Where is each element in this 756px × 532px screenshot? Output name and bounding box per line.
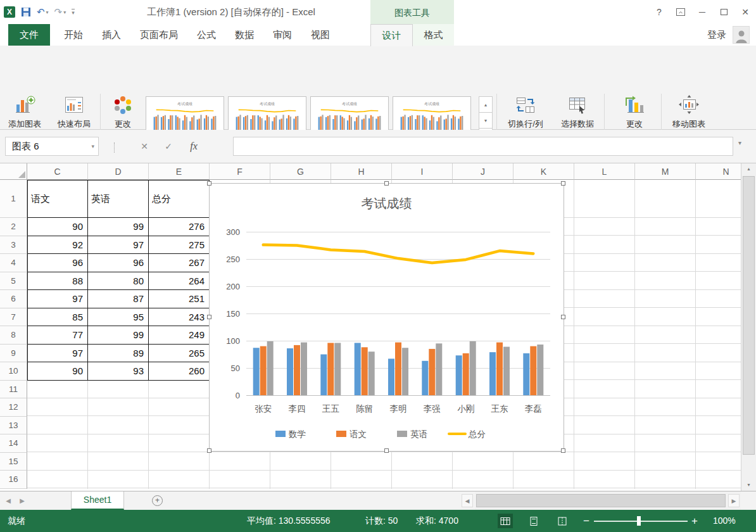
cell[interactable]: 88 bbox=[27, 272, 88, 291]
chart-selection-handle[interactable] bbox=[384, 181, 389, 186]
cell[interactable]: 93 bbox=[88, 362, 149, 381]
formula-bar-expand-icon[interactable]: ▾ bbox=[738, 139, 741, 146]
select-all-corner[interactable] bbox=[0, 163, 27, 180]
close-icon[interactable]: ✕ bbox=[734, 0, 756, 24]
row-header[interactable]: 12 bbox=[0, 398, 27, 417]
cell[interactable]: 249 bbox=[149, 326, 210, 345]
hscroll-left-icon[interactable]: ◀ bbox=[462, 494, 473, 507]
row-header[interactable]: 9 bbox=[0, 345, 27, 363]
column-header[interactable]: G bbox=[270, 163, 331, 180]
formula-input[interactable] bbox=[233, 137, 733, 156]
zoom-level[interactable]: 100% bbox=[713, 510, 736, 532]
gallery-scroll-up-icon[interactable]: ▴ bbox=[479, 96, 493, 113]
row-header[interactable]: 2 bbox=[0, 218, 27, 236]
cell[interactable]: 总分 bbox=[149, 180, 210, 218]
row-header[interactable]: 10 bbox=[0, 362, 27, 381]
normal-view-icon[interactable] bbox=[498, 514, 513, 528]
zoom-out-icon[interactable]: − bbox=[583, 510, 589, 532]
cell[interactable]: 87 bbox=[88, 290, 149, 308]
cell[interactable]: 英语 bbox=[88, 180, 149, 218]
column-header[interactable]: L bbox=[574, 163, 635, 180]
avatar[interactable] bbox=[733, 26, 750, 44]
sheet-nav-prev-icon[interactable]: ◀ bbox=[3, 491, 14, 510]
vertical-scrollbar[interactable]: ▴ ▾ bbox=[741, 163, 756, 491]
column-header[interactable]: F bbox=[210, 163, 270, 180]
qat-customize-icon[interactable]: ▾ bbox=[72, 9, 75, 15]
scroll-down-icon[interactable]: ▾ bbox=[741, 479, 756, 491]
ribbon-tab[interactable]: 页面布局 bbox=[130, 24, 187, 46]
row-header[interactable]: 14 bbox=[0, 434, 27, 453]
chart-selection-handle[interactable] bbox=[561, 315, 565, 319]
cell[interactable]: 275 bbox=[149, 236, 210, 255]
cell[interactable]: 96 bbox=[88, 254, 149, 272]
enter-icon[interactable]: ✓ bbox=[158, 137, 179, 156]
ribbon-tab[interactable]: 插入 bbox=[92, 24, 130, 46]
new-sheet-icon[interactable]: + bbox=[152, 495, 163, 506]
chart-selection-handle[interactable] bbox=[207, 181, 211, 186]
name-box-dropdown-icon[interactable]: ▾ bbox=[91, 137, 94, 155]
row-header[interactable]: 3 bbox=[0, 236, 27, 255]
row-header[interactable]: 15 bbox=[0, 453, 27, 471]
row-header[interactable]: 1 bbox=[0, 180, 27, 218]
column-header[interactable]: H bbox=[331, 163, 392, 180]
column-header[interactable]: E bbox=[149, 163, 210, 180]
chart-selection-handle[interactable] bbox=[207, 315, 211, 319]
chart-selection-handle[interactable] bbox=[384, 448, 389, 453]
maximize-icon[interactable] bbox=[713, 0, 734, 24]
ribbon-tab[interactable]: 数据 bbox=[225, 24, 263, 46]
exam-score-chart[interactable]: 050100150200250300张安李四王五陈留李明李强小刚王东李磊考试成绩… bbox=[209, 183, 564, 452]
cell[interactable]: 85 bbox=[27, 308, 88, 327]
undo-icon[interactable]: ↶▾ bbox=[37, 6, 49, 18]
ribbon-display-options-icon[interactable] bbox=[670, 0, 691, 24]
ribbon-tab[interactable]: 审阅 bbox=[263, 24, 301, 46]
sheet-nav-next-icon[interactable]: ▶ bbox=[16, 491, 28, 510]
row-header[interactable]: 11 bbox=[0, 381, 27, 399]
row-header[interactable]: 5 bbox=[0, 272, 27, 291]
column-header[interactable]: I bbox=[392, 163, 453, 180]
column-header[interactable]: C bbox=[27, 163, 88, 180]
cell[interactable]: 90 bbox=[27, 218, 88, 236]
cell[interactable]: 243 bbox=[149, 308, 210, 327]
minimize-icon[interactable]: ─ bbox=[691, 0, 713, 24]
cell[interactable]: 265 bbox=[149, 345, 210, 363]
horizontal-scroll-thumb[interactable] bbox=[476, 494, 726, 507]
cell[interactable]: 260 bbox=[149, 362, 210, 381]
page-layout-view-icon[interactable] bbox=[526, 514, 541, 528]
help-icon[interactable]: ? bbox=[648, 0, 670, 24]
excel-app-icon[interactable]: X bbox=[4, 6, 15, 18]
column-header[interactable]: D bbox=[88, 163, 149, 180]
cell[interactable]: 276 bbox=[149, 218, 210, 236]
file-tab[interactable]: 文件 bbox=[8, 24, 50, 46]
vertical-scroll-thumb[interactable] bbox=[743, 176, 755, 455]
cell[interactable]: 92 bbox=[27, 236, 88, 255]
cell[interactable]: 99 bbox=[88, 326, 149, 345]
row-header[interactable]: 6 bbox=[0, 290, 27, 308]
save-icon[interactable] bbox=[21, 7, 31, 17]
row-header[interactable]: 13 bbox=[0, 417, 27, 435]
cell[interactable]: 97 bbox=[88, 236, 149, 255]
zoom-slider-thumb[interactable] bbox=[637, 516, 641, 526]
cell[interactable]: 251 bbox=[149, 290, 210, 308]
chart-selection-handle[interactable] bbox=[207, 448, 211, 453]
ribbon-tab-contextual[interactable]: 设计 bbox=[370, 24, 413, 46]
chart-selection-handle[interactable] bbox=[561, 448, 565, 453]
chart-selection-handle[interactable] bbox=[561, 181, 565, 186]
cell[interactable]: 97 bbox=[27, 345, 88, 363]
ribbon-tab[interactable]: 开始 bbox=[54, 24, 92, 46]
column-header[interactable]: M bbox=[635, 163, 696, 180]
sign-in[interactable]: 登录 bbox=[707, 24, 750, 46]
scroll-up-icon[interactable]: ▴ bbox=[741, 163, 756, 175]
zoom-slider[interactable] bbox=[594, 521, 688, 522]
ribbon-tab[interactable]: 视图 bbox=[301, 24, 339, 46]
cell[interactable]: 89 bbox=[88, 345, 149, 363]
page-break-view-icon[interactable] bbox=[555, 514, 570, 528]
hscroll-right-icon[interactable]: ▶ bbox=[728, 494, 740, 507]
ribbon-tab-contextual[interactable]: 格式 bbox=[413, 24, 454, 46]
zoom-in-icon[interactable]: + bbox=[691, 510, 698, 532]
cell[interactable]: 77 bbox=[27, 326, 88, 345]
column-header[interactable]: K bbox=[513, 163, 574, 180]
row-header[interactable]: 7 bbox=[0, 308, 27, 327]
cancel-icon[interactable]: ✕ bbox=[134, 137, 154, 156]
column-header[interactable]: J bbox=[453, 163, 513, 180]
ribbon-tab[interactable]: 公式 bbox=[187, 24, 225, 46]
